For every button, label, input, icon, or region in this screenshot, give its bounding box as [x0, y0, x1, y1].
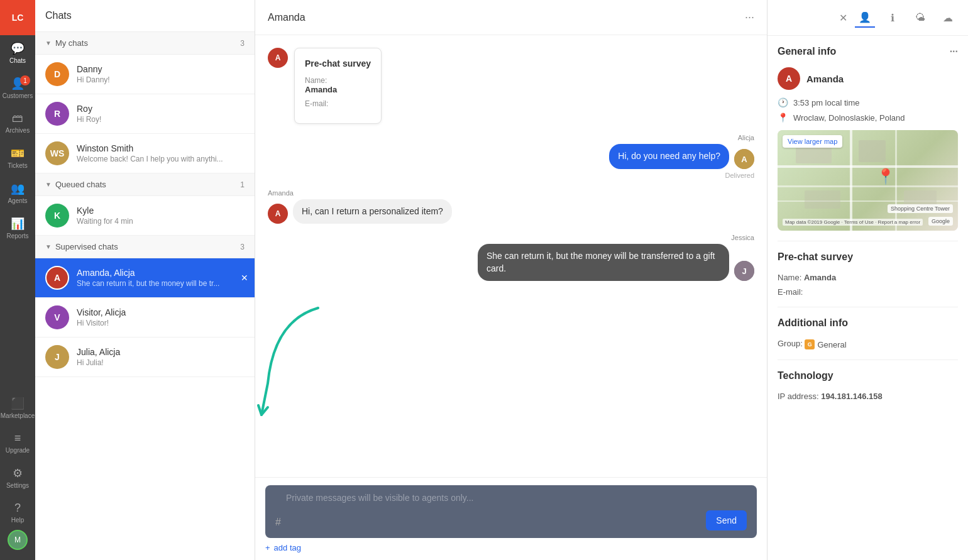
- add-tag-plus-icon: +: [265, 543, 270, 552]
- chat-item-amanda-alicja[interactable]: A Amanda, Alicja She can return it, but …: [35, 258, 255, 298]
- chat-avatar-amanda-alicja: A: [45, 266, 69, 290]
- msg-delivered-status: Delivered: [725, 172, 754, 179]
- chat-item-kyle[interactable]: K Kyle Waiting for 4 min: [35, 196, 255, 236]
- chat-item-danny[interactable]: D Danny Hi Danny!: [35, 55, 255, 94]
- chat-avatar-visitor-alicja: V: [45, 305, 69, 329]
- marketplace-icon: ⬛: [11, 397, 25, 410]
- queued-chats-chevron: ▼: [45, 181, 52, 188]
- chat-name-kyle: Kyle: [77, 206, 245, 216]
- chat-item-julia-alicja[interactable]: J Julia, Alicja Hi Julia!: [35, 338, 255, 377]
- my-chats-chevron: ▼: [45, 40, 52, 47]
- details-more-button[interactable]: ···: [950, 46, 958, 57]
- msg-jessica-bubble: She can return it, but the money will be…: [478, 244, 729, 281]
- chat-messages: A Pre-chat survey Name: Amanda E-mail: A…: [255, 35, 767, 477]
- chat-item-visitor-alicja[interactable]: V Visitor, Alicja Hi Visitor!: [35, 298, 255, 338]
- chat-item-winston[interactable]: WS Winston Smith Welcome back! Can I hel…: [35, 134, 255, 173]
- prechat-name-value: Amanda: [305, 85, 371, 94]
- sidebar-item-tickets[interactable]: 🎫 Tickets: [0, 140, 35, 175]
- queued-chats-section-header[interactable]: ▼ Queued chats 1: [35, 173, 255, 196]
- sidebar-item-settings[interactable]: ⚙ Settings: [0, 460, 35, 495]
- prechat-email-field: E-mail:: [305, 99, 371, 108]
- chat-avatar-roy: R: [45, 102, 69, 126]
- details-content: General info ··· A Amanda 🕐 3:53 pm loca…: [767, 36, 968, 415]
- chat-item-roy[interactable]: R Roy Hi Roy!: [35, 94, 255, 134]
- chat-preview-winston: Welcome back! Can I help you with anythi…: [77, 155, 245, 163]
- chat-main: Amanda ··· A Pre-chat survey Name: Amand…: [255, 0, 767, 560]
- chat-avatar-julia-alicja: J: [45, 345, 69, 369]
- add-tag-row[interactable]: + add tag: [265, 543, 757, 552]
- msg-alicja-sender: Alicja: [738, 134, 754, 141]
- sidebar-item-upgrade[interactable]: ≡ Upgrade: [0, 425, 35, 460]
- sidebar-item-archives[interactable]: 🗃 Archives: [0, 106, 35, 140]
- details-user-name: Amanda: [806, 74, 844, 84]
- chat-name-roy: Roy: [77, 104, 245, 114]
- map-view-larger-button[interactable]: View larger map: [783, 135, 842, 148]
- prechat-section-title: Pre-chat survey: [778, 251, 958, 263]
- supervised-chats-section-header[interactable]: ▼ Supervised chats 3: [35, 236, 255, 258]
- chat-name-danny: Danny: [77, 64, 245, 74]
- msg-amanda-bubble: Hi, can I return a personalized item?: [293, 199, 452, 224]
- chat-info-kyle: Kyle Waiting for 4 min: [77, 206, 245, 226]
- details-panel-header: ✕ 👤 ℹ 🌤 ☁: [767, 0, 968, 36]
- divider-3: [778, 360, 958, 360]
- chat-preview-amanda-alicja: She can return it, but the money will be…: [77, 279, 245, 288]
- hash-button[interactable]: #: [275, 517, 281, 530]
- details-group-row: Group: G General: [778, 339, 958, 349]
- chat-preview-julia-alicja: Hi Julia!: [77, 358, 245, 367]
- chat-list-panel: Chats ▼ My chats 3 D Danny Hi Danny! R R…: [35, 0, 255, 560]
- map-label: Shopping Centre Tower: [888, 204, 953, 213]
- alicja-avatar: A: [734, 149, 754, 169]
- sidebar-item-marketplace[interactable]: ⬛ Marketplace: [0, 390, 35, 425]
- general-info-section-title: General info ···: [778, 46, 958, 57]
- details-time: 3:53 pm local time: [793, 98, 860, 107]
- app-logo[interactable]: LC: [0, 0, 35, 35]
- location-pin-icon: 📍: [778, 113, 788, 123]
- details-tab-weather[interactable]: 🌤: [910, 8, 930, 28]
- user-avatar[interactable]: M: [8, 530, 28, 550]
- details-panel: ✕ 👤 ℹ 🌤 ☁ General info ··· A Amanda 🕐 3:…: [767, 0, 968, 560]
- jessica-avatar: J: [734, 261, 754, 281]
- chat-preview-visitor-alicja: Hi Visitor!: [77, 319, 245, 327]
- sidebar-item-agents[interactable]: 👥 Agents: [0, 175, 35, 211]
- sidebar-item-reports[interactable]: 📊 Reports: [0, 211, 35, 246]
- message-textarea[interactable]: [286, 493, 701, 530]
- details-prechat-name-label: Name: Amanda: [778, 273, 958, 282]
- details-prechat-email-label: E-mail:: [778, 287, 958, 297]
- chats-icon: 💬: [11, 41, 25, 55]
- sidebar-item-help[interactable]: ? Help: [0, 495, 35, 530]
- divider-1: [778, 241, 958, 241]
- reports-icon: 📊: [11, 217, 25, 231]
- supervised-chats-count: 3: [240, 243, 245, 251]
- chat-more-button[interactable]: ···: [745, 11, 754, 24]
- details-tab-info[interactable]: ℹ: [883, 8, 903, 28]
- prechat-name-label: Name:: [305, 76, 371, 85]
- sidebar-item-settings-label: Settings: [6, 482, 29, 489]
- details-user-avatar: A: [778, 67, 800, 90]
- msg-jessica-bubble-row: J She can return it, but the money will …: [478, 244, 754, 281]
- chat-info-danny: Danny Hi Danny!: [77, 64, 245, 84]
- chat-avatar-kyle: K: [45, 204, 69, 228]
- msg-jessica-row: Jessica J She can return it, but the mon…: [268, 234, 754, 281]
- chat-item-close-btn[interactable]: ✕: [241, 273, 248, 283]
- chat-info-winston: Winston Smith Welcome back! Can I help y…: [77, 143, 245, 163]
- map-container: 📍 View larger map Shopping Centre Tower …: [778, 130, 958, 231]
- details-close-button[interactable]: ✕: [839, 12, 847, 24]
- add-tag-label[interactable]: add tag: [274, 543, 301, 552]
- group-badge: G General: [805, 339, 846, 349]
- my-chats-section-header[interactable]: ▼ My chats 3: [35, 32, 255, 55]
- supervised-chats-chevron: ▼: [45, 243, 52, 250]
- group-icon: G: [805, 339, 815, 349]
- sidebar-item-customers[interactable]: 👤 Customers 1: [0, 70, 35, 106]
- sidebar-item-upgrade-label: Upgrade: [6, 447, 30, 454]
- sidebar-item-chats[interactable]: 💬 Chats: [0, 35, 35, 70]
- msg-amanda-bubble-row: A Hi, can I return a personalized item?: [268, 199, 452, 224]
- chat-avatar-winston: WS: [45, 141, 69, 165]
- prechat-card-title: Pre-chat survey: [305, 58, 371, 69]
- send-button[interactable]: Send: [706, 510, 747, 530]
- details-tab-profile[interactable]: 👤: [855, 8, 875, 28]
- queued-chats-count: 1: [240, 180, 245, 189]
- sidebar-item-chats-label: Chats: [9, 57, 26, 64]
- details-tab-cloud[interactable]: ☁: [938, 8, 958, 28]
- sidebar-item-archives-label: Archives: [6, 127, 30, 134]
- msg-jessica-sender: Jessica: [731, 234, 754, 241]
